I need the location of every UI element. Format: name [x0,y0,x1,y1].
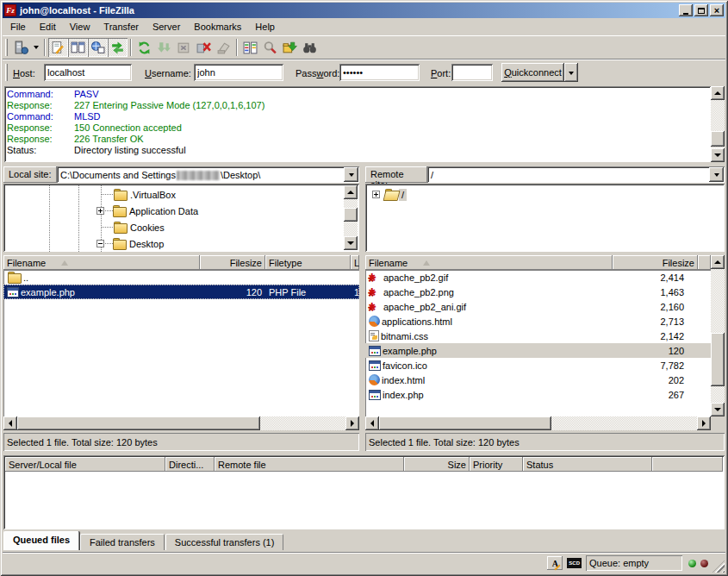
column-header-server-local-file[interactable]: Server/Local file [5,457,165,472]
toggle-queue-button[interactable] [108,38,128,57]
abort-button[interactable] [214,38,233,57]
tree-item-application-data[interactable]: Application Data [3,203,331,218]
file-row-parent[interactable]: .. [3,270,359,285]
resize-grip[interactable] [712,560,725,573]
column-header-filetype[interactable]: Filetype [265,255,351,270]
menu-server[interactable]: Server [146,19,187,34]
port-input[interactable] [451,64,493,81]
minimize-button[interactable] [679,4,693,16]
column-header-direction[interactable]: Directi... [165,457,215,472]
find-files-button[interactable] [300,38,320,57]
local-path-combobox[interactable]: C:\Documents and Settings\Desktop\ [57,166,359,183]
toggle-message-log-button[interactable] [48,38,68,57]
column-header-size[interactable]: Size [404,457,470,472]
column-header-filename[interactable]: Filename [365,255,613,270]
file-row-selected[interactable]: example.php 120 PHP File 1 [3,285,359,299]
file-row-selected[interactable]: example.php 120 [365,343,711,358]
menu-transfer[interactable]: Transfer [96,19,146,34]
password-input[interactable] [339,64,420,81]
scroll-down-button[interactable] [711,403,725,416]
speedlimit-indicator-icon[interactable]: SCD [567,558,582,568]
menu-edit[interactable]: Edit [33,19,63,34]
synchronized-browsing-button[interactable] [280,38,300,57]
scroll-up-button[interactable] [711,255,725,269]
site-manager-dropdown-button[interactable] [31,38,41,57]
column-header-remote-file[interactable]: Remote file [215,457,404,472]
remote-path-combobox[interactable]: / [427,166,725,183]
expand-plus-icon[interactable] [372,191,380,198]
column-header-filesize[interactable]: Filesize [200,255,265,270]
directory-comparison-button[interactable] [240,38,260,57]
maximize-button[interactable] [694,4,708,16]
filename-search-button[interactable] [260,38,280,57]
process-queue-button[interactable] [154,38,174,57]
toggle-local-tree-button[interactable] [68,38,88,57]
column-header-lastmodified[interactable]: L [351,255,359,270]
local-tree-scrollbar[interactable] [344,185,358,250]
local-path-dropdown-button[interactable] [344,167,358,182]
scroll-right-button[interactable] [697,416,711,430]
scrollbar-thumb[interactable] [344,208,358,222]
tab-successful-transfers[interactable]: Successful transfers (1) [165,534,284,550]
tab-queued-files[interactable]: Queued files [3,531,79,550]
menu-view[interactable]: View [63,19,97,34]
scroll-right-button[interactable] [345,416,359,430]
local-file-list[interactable]: .. example.php 120 PHP File 1 [3,270,359,416]
scrollbar-thumb[interactable] [711,131,725,147]
scrollbar-thumb[interactable] [17,416,260,430]
file-row[interactable]: index.html 202 [365,373,711,387]
file-row[interactable]: apache_pb2.gif 2,414 [365,270,711,285]
column-header-status[interactable]: Status [523,457,652,472]
remote-list-hscrollbar[interactable] [365,416,711,430]
tree-item-virtualbox[interactable]: .VirtualBox [3,187,331,202]
file-row[interactable]: bitnami.css 2,142 [365,329,711,343]
remote-directory-tree[interactable]: / [365,184,725,252]
local-directory-tree[interactable]: .VirtualBox Application Data Cookies Des… [3,184,359,252]
scrollbar-thumb[interactable] [711,333,725,386]
file-row[interactable]: favicon.ico 7,782 [365,358,711,373]
remote-path-dropdown-button[interactable] [709,167,724,182]
close-button[interactable]: × [710,4,724,16]
disconnect-button[interactable] [194,38,214,57]
column-header-filename[interactable]: Filename [3,255,200,270]
file-row[interactable]: applications.html 2,713 [365,314,711,329]
site-manager-button[interactable] [11,38,31,57]
username-input[interactable] [194,64,283,81]
file-row[interactable]: apache_pb2.png 1,463 [365,285,711,299]
toolbar-grip[interactable] [5,39,8,56]
menu-bookmarks[interactable]: Bookmarks [187,19,248,34]
file-row[interactable]: index.php 267 [365,387,711,402]
transfer-queue-panel[interactable]: Server/Local file Directi... Remote file… [3,455,725,529]
toggle-remote-tree-button[interactable] [88,38,108,57]
column-header-priority[interactable]: Priority [470,457,523,472]
log-scrollbar[interactable] [711,86,725,162]
host-input[interactable] [44,64,132,81]
refresh-button[interactable] [134,38,154,57]
expand-plus-icon[interactable] [96,207,104,215]
cancel-operation-button[interactable] [174,38,194,57]
file-row[interactable]: apache_pb2_ani.gif 2,160 [365,299,711,314]
titlebar[interactable]: Fz john@localhost - FileZilla × [3,3,725,18]
collapse-minus-icon[interactable] [96,240,104,247]
quickconnect-button[interactable]: Quickconnect [501,63,564,82]
scroll-left-button[interactable] [3,416,17,430]
menu-help[interactable]: Help [248,19,282,34]
remote-list-vscrollbar[interactable] [711,255,725,416]
scroll-left-button[interactable] [365,416,379,430]
message-log[interactable]: Command:PASV Response:227 Entering Passi… [4,86,711,162]
scroll-down-button[interactable] [711,148,725,162]
tree-item-cookies[interactable]: Cookies [3,220,331,235]
menu-file[interactable]: File [3,19,33,34]
scroll-down-button[interactable] [344,236,358,250]
tree-item-desktop[interactable]: Desktop [3,236,331,251]
column-header-filesize[interactable]: Filesize [613,255,698,270]
scrollbar-thumb[interactable] [379,416,551,430]
transfer-type-indicator[interactable]: A [547,556,563,570]
quickconnect-grip[interactable] [5,64,8,81]
tab-failed-transfers[interactable]: Failed transfers [80,534,165,550]
quickconnect-dropdown-button[interactable] [564,63,578,82]
remote-file-list[interactable]: apache_pb2.gif 2,414 apache_pb2.png 1,46… [365,270,711,416]
tree-item-root[interactable]: / [365,187,710,202]
scroll-up-button[interactable] [344,185,358,199]
local-list-hscrollbar[interactable] [3,416,359,430]
